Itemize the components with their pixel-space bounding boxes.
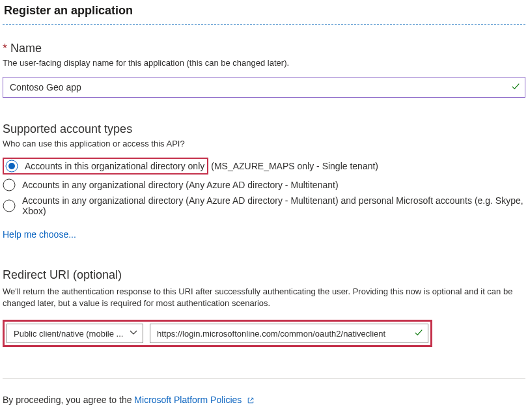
help-me-choose-link[interactable]: Help me choose... [3, 229, 76, 240]
svg-point-2 [3, 179, 15, 191]
account-types-heading: Supported account types [3, 122, 525, 136]
svg-point-1 [8, 163, 15, 169]
name-section: *Name The user-facing display name for t… [3, 42, 525, 98]
page-title: Register an application [4, 4, 525, 18]
platform-policies-link[interactable]: Microsoft Platform Policies [134, 395, 255, 405]
redirect-uri-heading: Redirect URI (optional) [3, 268, 525, 282]
redirect-uri-description: We'll return the authentication response… [3, 286, 525, 309]
name-heading-text: Name [10, 42, 42, 55]
radio-icon [3, 199, 16, 212]
required-star-icon: * [3, 42, 7, 55]
external-link-icon [247, 396, 255, 406]
redirect-type-dropdown[interactable]: Public client/native (mobile ... [7, 324, 143, 343]
redirect-type-value: Public client/native (mobile ... [14, 329, 123, 339]
account-type-option-multitenant-personal[interactable]: Accounts in any organizational directory… [3, 195, 525, 216]
policies-prefix: By proceeding, you agree to the [3, 395, 134, 405]
radio-extra: (MS_AZURE_MAPS only - Single tenant) [211, 161, 378, 171]
account-type-option-single-tenant[interactable]: Accounts in this organizational director… [3, 158, 525, 175]
account-type-option-multitenant[interactable]: Accounts in any organizational directory… [3, 178, 525, 191]
radio-label: Accounts in any organizational directory… [22, 180, 339, 190]
radio-icon [3, 178, 16, 191]
svg-point-3 [3, 200, 15, 212]
title-divider [3, 24, 525, 25]
app-name-input[interactable] [3, 77, 525, 98]
highlight-box: Accounts in this organizational director… [3, 158, 208, 175]
radio-label: Accounts in this organizational director… [25, 161, 204, 171]
radio-icon [5, 160, 18, 173]
checkmark-icon [414, 328, 423, 339]
account-types-question: Who can use this application or access t… [3, 139, 525, 148]
redirect-uri-section: Redirect URI (optional) We'll return the… [3, 268, 525, 347]
name-hint: The user-facing display name for this ap… [3, 58, 525, 68]
bottom-divider [3, 378, 525, 379]
radio-label: Accounts in any organizational directory… [22, 195, 525, 216]
account-types-section: Supported account types Who can use this… [3, 122, 525, 240]
name-heading: *Name [3, 42, 525, 55]
redirect-uri-highlight: Public client/native (mobile ... [3, 320, 432, 347]
checkmark-icon [511, 82, 520, 93]
policies-row: By proceeding, you agree to the Microsof… [3, 395, 525, 406]
redirect-uri-input[interactable] [150, 324, 428, 343]
chevron-down-icon [130, 329, 137, 339]
